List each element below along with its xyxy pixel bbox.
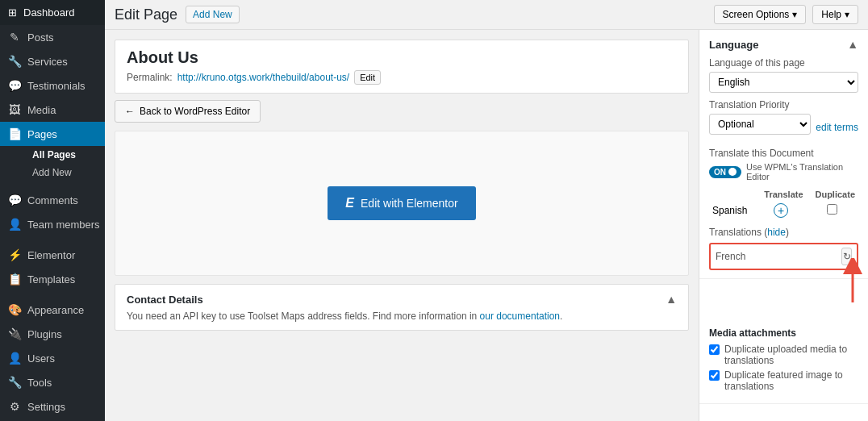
sidebar-header: ⊞ Dashboard [0, 0, 105, 25]
elementor-edit-area: E Edit with Elementor [115, 131, 689, 276]
sidebar-item-label: Comments [27, 194, 78, 206]
toggle-circle [728, 168, 737, 176]
sidebar-sub-add-new[interactable]: Add New [16, 164, 105, 181]
sidebar-item-posts[interactable]: ✎ Posts [0, 25, 105, 49]
tools-icon: 🔧 [8, 376, 21, 389]
media-attachments-title: Media attachments [709, 327, 858, 339]
translate-doc-label: Translate this Document [709, 148, 858, 159]
translate-toggle-row: ON Use WPML's Translation Editor [709, 162, 858, 181]
chevron-down-icon: ▾ [792, 9, 797, 20]
sidebar-item-label: Posts [27, 31, 54, 44]
duplicate-media-checkbox[interactable] [709, 344, 720, 355]
sidebar-sub-all-pages[interactable]: All Pages [16, 146, 105, 164]
translation-french-input[interactable] [716, 251, 837, 262]
sidebar-item-label: Testimonials [27, 80, 86, 92]
topbar-right: Screen Options ▾ Help ▾ [714, 5, 858, 24]
duplicate-cell [807, 201, 858, 220]
translate-table: Translate Duplicate Spanish + [709, 188, 858, 220]
edit-with-elementor-button[interactable]: E Edit with Elementor [328, 186, 475, 220]
back-arrow-icon: ← [125, 106, 135, 117]
translate-column-header: Translate [756, 188, 807, 201]
sidebar-item-label: Services [27, 56, 68, 68]
translation-row-container: ↻ [709, 243, 858, 270]
back-to-wordpress-editor-button[interactable]: ← Back to WordPress Editor [115, 100, 261, 123]
sidebar-item-team-members[interactable]: 👤 Team members [0, 212, 105, 236]
pages-submenu: All Pages Add New [0, 146, 105, 181]
sidebar-item-testimonials[interactable]: 💬 Testimonials [0, 73, 105, 98]
language-section: Language ▲ Language of this page English… [699, 30, 868, 279]
screen-options-button[interactable]: Screen Options ▾ [714, 5, 807, 24]
sync-icon: ↻ [843, 251, 851, 262]
page-name: About Us [127, 48, 677, 67]
permalink-url[interactable]: http://kruno.otgs.work/thebuild/about-us… [177, 72, 349, 83]
translation-sync-button[interactable]: ↻ [841, 248, 852, 265]
media-attachments-section: Media attachments Duplicate uploaded med… [699, 319, 868, 404]
sidebar-item-label: Settings [27, 401, 65, 413]
contact-details-collapse-icon[interactable]: ▲ [666, 293, 677, 306]
edit-permalink-button[interactable]: Edit [354, 70, 381, 85]
topbar-left: Edit Page Add New [115, 6, 240, 23]
appearance-icon: 🎨 [8, 303, 21, 316]
users-icon: 👤 [8, 352, 21, 365]
media-checkbox-row-1: Duplicate uploaded media to translations [709, 344, 858, 366]
toggle-on-switch[interactable]: ON [709, 166, 741, 178]
sidebar-item-comments[interactable]: 💬 Comments [0, 188, 105, 212]
duplicate-checkbox[interactable] [827, 204, 837, 215]
sidebar-item-label: Team members [27, 219, 100, 231]
lang-column-header [709, 188, 756, 201]
sidebar-item-appearance[interactable]: 🎨 Appearance [0, 298, 105, 322]
help-button[interactable]: Help ▾ [812, 5, 858, 24]
services-icon: 🔧 [8, 55, 21, 68]
language-of-page-label: Language of this page [709, 57, 858, 69]
add-new-button[interactable]: Add New [186, 6, 240, 23]
sidebar-item-pages[interactable]: 📄 Pages [0, 122, 105, 146]
sidebar-item-users[interactable]: 👤 Users [0, 346, 105, 370]
editor-panel: About Us Permalink: http://kruno.otgs.wo… [105, 30, 699, 421]
priority-select[interactable]: Optional High Medium Low [709, 114, 811, 135]
sidebar-item-label: Media [27, 104, 56, 116]
sidebar-item-plugins[interactable]: 🔌 Plugins [0, 322, 105, 346]
content-area: About Us Permalink: http://kruno.otgs.wo… [105, 30, 868, 421]
sidebar-item-tools[interactable]: 🔧 Tools [0, 370, 105, 394]
language-select[interactable]: English French Spanish German [709, 72, 858, 93]
right-panel: Language ▲ Language of this page English… [699, 30, 868, 421]
sidebar-item-label: Users [27, 352, 55, 365]
duplicate-media-label: Duplicate uploaded media to translations [724, 344, 858, 366]
sidebar-item-label: Pages [27, 128, 57, 140]
page-title-bar: About Us Permalink: http://kruno.otgs.wo… [115, 40, 689, 94]
language-collapse-icon[interactable]: ▲ [847, 38, 858, 51]
edit-terms-link[interactable]: edit terms [816, 122, 858, 133]
topbar: Edit Page Add New Screen Options ▾ Help … [105, 0, 868, 30]
contact-details-title: Contact Details [127, 294, 203, 306]
sidebar-item-label: Plugins [27, 328, 62, 340]
elementor-e-icon: E [345, 196, 354, 210]
table-row: Spanish + [709, 201, 858, 220]
contact-details-box: Contact Details ▲ You need an API key to… [115, 284, 689, 331]
templates-icon: 📋 [8, 273, 21, 286]
translation-row-french: ↻ [709, 243, 858, 270]
hide-translations-link[interactable]: hide [767, 227, 786, 238]
pages-icon: 📄 [8, 127, 21, 140]
wpml-editor-label: Use WPML's Translation Editor [746, 162, 858, 181]
sidebar-item-services[interactable]: 🔧 Services [0, 49, 105, 73]
sidebar-dashboard-label[interactable]: Dashboard [23, 6, 75, 19]
documentation-link[interactable]: our documentation [480, 311, 560, 322]
contact-details-text: You need an API key to use Toolset Maps … [127, 311, 677, 322]
sidebar-item-label: Templates [27, 273, 75, 286]
sidebar-item-templates[interactable]: 📋 Templates [0, 267, 105, 291]
help-label: Help [821, 9, 841, 20]
sidebar-item-elementor[interactable]: ⚡ Elementor [0, 243, 105, 267]
translate-add-button[interactable]: + [774, 203, 788, 218]
testimonials-icon: 💬 [8, 79, 21, 92]
plugins-icon: 🔌 [8, 327, 21, 340]
page-title: Edit Page [115, 6, 177, 23]
sidebar-item-label: Elementor [27, 249, 75, 261]
duplicate-featured-image-checkbox[interactable] [709, 370, 720, 381]
main-content: Edit Page Add New Screen Options ▾ Help … [105, 0, 868, 421]
language-section-title: Language ▲ [709, 38, 858, 51]
lang-cell: Spanish [709, 201, 756, 220]
sidebar-item-media[interactable]: 🖼 Media [0, 98, 105, 122]
sidebar-item-settings[interactable]: ⚙ Settings [0, 394, 105, 419]
chevron-down-icon-2: ▾ [845, 9, 849, 20]
contact-details-header: Contact Details ▲ [127, 293, 677, 306]
